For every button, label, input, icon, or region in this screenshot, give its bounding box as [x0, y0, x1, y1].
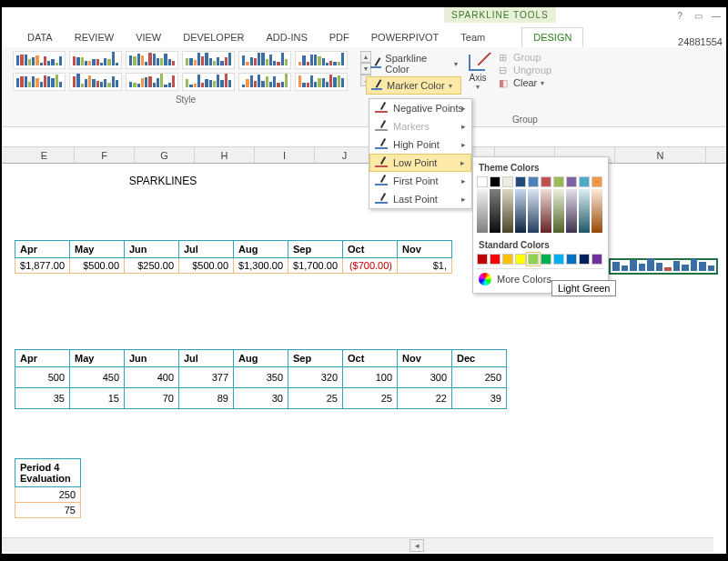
tab-powerpivot[interactable]: POWERPIVOT: [360, 28, 450, 46]
table-cell[interactable]: $1,300.00: [234, 258, 288, 274]
color-swatch[interactable]: [490, 254, 500, 265]
menu-first-point[interactable]: First Point▸: [369, 172, 471, 190]
selected-sparkline-cell[interactable]: [609, 258, 718, 275]
table-cell[interactable]: 350: [234, 367, 288, 388]
table-cell[interactable]: 450: [70, 367, 125, 388]
sparkline-color-button[interactable]: Sparkline Color ▾: [366, 51, 461, 76]
tab-design[interactable]: DESIGN: [521, 27, 583, 47]
color-swatch[interactable]: [528, 254, 539, 265]
table-cell[interactable]: 500: [15, 367, 70, 388]
scroll-left-icon[interactable]: ◂: [410, 539, 424, 552]
color-swatch[interactable]: [528, 176, 539, 187]
table-cell[interactable]: 70: [125, 388, 179, 409]
ribbon-options-icon[interactable]: ▭: [692, 9, 704, 22]
table-3-cell[interactable]: 75: [15, 503, 81, 518]
style-item[interactable]: [182, 51, 235, 69]
table-cell[interactable]: ($700.00): [343, 258, 398, 274]
table-cell[interactable]: 250: [452, 367, 507, 388]
color-swatch[interactable]: [502, 176, 513, 187]
color-swatch[interactable]: [477, 254, 488, 265]
table-cell[interactable]: 89: [179, 388, 234, 409]
group-button[interactable]: ⊞Group: [497, 51, 561, 64]
help-icon[interactable]: ?: [673, 9, 686, 22]
style-item[interactable]: [295, 73, 348, 91]
tab-data[interactable]: DATA: [16, 28, 64, 46]
clear-button[interactable]: ◧Clear ▾: [497, 76, 561, 89]
color-swatch-column[interactable]: [579, 189, 590, 233]
column-header[interactable]: J: [315, 147, 375, 163]
color-swatch-column[interactable]: [541, 189, 551, 233]
ungroup-button[interactable]: ⊟Ungroup: [497, 64, 561, 76]
color-swatch[interactable]: [553, 176, 564, 187]
table-cell[interactable]: 22: [398, 388, 452, 409]
style-item[interactable]: [13, 51, 66, 69]
color-swatch[interactable]: [592, 176, 602, 187]
table-cell[interactable]: 320: [288, 367, 343, 388]
table-cell[interactable]: $1,877.00: [15, 258, 70, 274]
style-item[interactable]: [69, 73, 122, 91]
menu-negative-points[interactable]: Negative Points▸: [369, 99, 471, 117]
menu-low-point[interactable]: Low Point▸: [369, 154, 471, 172]
style-item[interactable]: [238, 51, 291, 69]
table-cell[interactable]: 300: [398, 367, 452, 388]
color-swatch-column[interactable]: [592, 189, 602, 233]
column-header[interactable]: N: [615, 147, 706, 163]
table-cell[interactable]: 25: [343, 388, 398, 409]
menu-high-point[interactable]: High Point▸: [369, 135, 471, 154]
column-header[interactable]: G: [135, 147, 195, 163]
color-swatch-column[interactable]: [477, 189, 488, 233]
color-swatch[interactable]: [566, 176, 577, 187]
color-swatch[interactable]: [579, 254, 590, 265]
table-cell[interactable]: 35: [15, 388, 70, 409]
tab-pdf[interactable]: PDF: [318, 28, 360, 46]
column-header[interactable]: H: [195, 147, 255, 163]
color-swatch[interactable]: [502, 254, 513, 265]
table-cell[interactable]: $1,: [398, 258, 452, 274]
color-swatch-column[interactable]: [490, 189, 500, 233]
table-cell[interactable]: $500.00: [179, 258, 234, 274]
menu-markers[interactable]: Markers▸: [369, 117, 471, 135]
formula-bar[interactable]: [2, 127, 726, 147]
table-cell[interactable]: 100: [343, 367, 398, 388]
color-swatch[interactable]: [541, 176, 551, 187]
style-gallery[interactable]: [13, 51, 359, 91]
color-swatch-column[interactable]: [528, 189, 539, 233]
scroll-track[interactable]: [426, 539, 712, 552]
tab-view[interactable]: VIEW: [125, 28, 172, 46]
table-cell[interactable]: 30: [234, 388, 288, 409]
color-swatch-column[interactable]: [566, 189, 577, 233]
color-swatch[interactable]: [477, 176, 488, 187]
tab-review[interactable]: REVIEW: [64, 28, 125, 46]
axis-group[interactable]: Axis ▾: [464, 51, 491, 91]
table-cell[interactable]: $500.00: [70, 258, 125, 274]
table-cell[interactable]: 400: [125, 367, 179, 388]
color-swatch-column[interactable]: [515, 189, 526, 233]
color-swatch[interactable]: [515, 254, 526, 265]
table-cell[interactable]: 377: [179, 367, 234, 388]
style-item[interactable]: [126, 73, 178, 91]
column-header[interactable]: F: [75, 147, 135, 163]
horizontal-scrollbar[interactable]: ◂: [2, 537, 713, 552]
minimize-icon[interactable]: —: [710, 9, 723, 22]
style-item[interactable]: [69, 51, 122, 69]
style-item[interactable]: [13, 73, 66, 91]
tab-team[interactable]: Team: [450, 28, 496, 46]
color-swatch[interactable]: [490, 176, 500, 187]
worksheet[interactable]: SPARKLINES AprMayJunJulAugSepOctNov $1,8…: [2, 164, 726, 536]
style-item[interactable]: [238, 73, 291, 91]
table-cell[interactable]: 39: [452, 388, 507, 409]
marker-color-button[interactable]: Marker Color ▾: [366, 76, 461, 95]
color-swatch-column[interactable]: [502, 189, 513, 233]
color-swatch[interactable]: [592, 254, 602, 265]
style-item[interactable]: [182, 73, 235, 91]
table-cell[interactable]: 15: [70, 388, 125, 409]
style-item[interactable]: [295, 51, 348, 69]
color-swatch[interactable]: [541, 254, 551, 265]
tab-addins[interactable]: ADD-INS: [256, 28, 318, 46]
column-header[interactable]: I: [255, 147, 315, 163]
color-swatch-column[interactable]: [553, 189, 564, 233]
style-item[interactable]: [126, 51, 178, 69]
column-header[interactable]: E: [15, 147, 75, 163]
color-swatch[interactable]: [515, 176, 526, 187]
tab-developer[interactable]: DEVELOPER: [172, 28, 255, 46]
